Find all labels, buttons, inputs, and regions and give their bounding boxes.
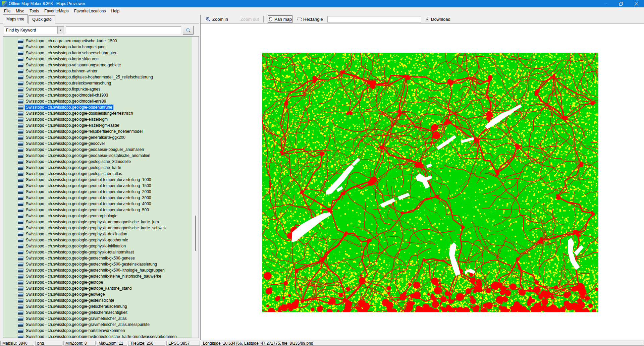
tree-item[interactable]: Swisstopo - ch.swisstopo.geologie-geotec… <box>3 273 192 279</box>
tree-item[interactable]: Swisstopo - ch.swisstopo.geologie-dosisl… <box>3 110 192 116</box>
map-panel: Zoom in Zoom out Pan map Rectangle <box>201 15 644 340</box>
tree-item[interactable]: Swisstopo - ch.swisstopo.geologie-geophy… <box>3 231 192 237</box>
search-input[interactable] <box>66 26 181 34</box>
tree-item[interactable]: Swisstopo - ch.swisstopo.geologie-geotec… <box>3 261 192 267</box>
download-button[interactable]: Download <box>425 15 450 23</box>
tree-item[interactable]: Swisstopo - ch.swisstopo-vd.spannungsarm… <box>3 62 192 68</box>
tree-item[interactable]: Swisstopo - ch.swisstopo.geologie-geomol… <box>3 195 192 201</box>
tree-item[interactable]: Swisstopo - ch.swisstopo.geologie-geotec… <box>3 267 192 273</box>
tree-item[interactable]: Swisstopo - ch.swisstopo.geologie-hydrog… <box>3 334 192 338</box>
map-thumbnail-icon <box>18 51 23 55</box>
minimize-button[interactable] <box>598 0 613 7</box>
tree-item[interactable]: Swisstopo - ch.swisstopo.geologie-geotop… <box>3 279 192 285</box>
tree-item[interactable]: Swisstopo - ch.swisstopo.geologie-geomol… <box>3 183 192 189</box>
tree-item[interactable]: Swisstopo - ch.swisstopo.bahnen-winter <box>3 68 192 74</box>
tree-scrollbar-thumb[interactable] <box>195 216 196 251</box>
window-controls <box>598 0 644 7</box>
tree-connector <box>14 210 17 210</box>
tree-scrollbar[interactable] <box>192 37 199 338</box>
tree-item[interactable]: Swisstopo - ch.swisstopo.geologie-gletsc… <box>3 303 192 309</box>
tree-item[interactable]: Swisstopo - ch.swisstopo.geologie-geocov… <box>3 140 192 147</box>
close-icon <box>635 2 638 6</box>
tree-item[interactable]: Swisstopo - ch.swisstopo.digitales-hoehe… <box>3 74 192 80</box>
tree-item[interactable]: Swisstopo - ch.swisstopo.geoidmodell-ch1… <box>3 92 192 98</box>
map-preview-tile[interactable] <box>262 53 598 312</box>
tree-item-label: Swisstopo - ch.swisstopo.geologie-geotec… <box>25 274 162 279</box>
tree-item[interactable]: Swisstopo - ch.swisstopo.geologie-eiszei… <box>3 122 192 128</box>
zoom-in-button[interactable]: Zoom in <box>206 15 228 23</box>
tree-item-label: Swisstopo - ch.swisstopo.geologie-geophy… <box>25 219 160 225</box>
restore-button[interactable] <box>613 0 629 7</box>
find-mode-dropdown[interactable]: Find by Keyword ▼ <box>4 26 64 34</box>
tree-item[interactable]: Swisstopo - ch.swisstopo.geologie-geomor… <box>3 213 192 219</box>
tree-item[interactable]: Swisstopo - ch.swisstopo.geologie-gravim… <box>3 315 192 322</box>
restore-icon <box>619 2 623 6</box>
tab[interactable]: Maps tree <box>3 14 28 23</box>
tree-item[interactable]: Swisstopo - ch.swisstopo.geologie-geophy… <box>3 225 192 231</box>
tree-item-label: Swisstopo - ch.swisstopo.geologie-gravim… <box>25 316 128 321</box>
tree-item[interactable]: Swisstopo - ch.swisstopo-karto.skitouren <box>3 56 192 62</box>
tree-item[interactable]: Swisstopo - ch.swisstopo.geologie-geomol… <box>3 189 192 195</box>
menu-item[interactable]: File <box>1 8 13 14</box>
tree-item[interactable]: Swisstopo - ch.swisstopo.geologie-gletsc… <box>3 309 192 315</box>
tree-item-label: Swisstopo - ch.swisstopo.geologie-geotec… <box>25 255 136 261</box>
status-maps-id: MapsID: 3840 <box>0 341 34 346</box>
tree-item[interactable]: Swisstopo - ch.swisstopo.geologie-felsob… <box>3 128 192 134</box>
tree-item[interactable]: Swisstopo - ch.swisstopo.geologie-hartst… <box>3 328 192 334</box>
pan-map-button[interactable]: Pan map <box>268 15 292 23</box>
tree-item[interactable]: Swisstopo - ch.swisstopo.geologie-geotec… <box>3 255 192 261</box>
tree-item[interactable]: Swisstopo - ch.swisstopo.geologie-gravim… <box>3 322 192 328</box>
menu-item[interactable]: Tools <box>27 8 42 14</box>
tree-item-label: Swisstopo - ch.swisstopo.geologie-eiszei… <box>25 117 109 122</box>
tree-item[interactable]: Swisstopo - ch.swisstopo.geologie-gestei… <box>3 297 192 303</box>
tree-item-label: Swisstopo - ch.swisstopo.geologie-geophy… <box>25 225 168 231</box>
zoom-out-button[interactable]: Zoom out <box>240 15 259 23</box>
tree-connector <box>14 216 17 216</box>
tree-item[interactable]: Swisstopo - ch.swisstopo.geologie-geomol… <box>3 177 192 183</box>
tree-item[interactable]: Swisstopo - ch.swisstopo.dreiecksvermasc… <box>3 80 192 86</box>
tree-item[interactable]: Swisstopo - ch.swisstopo.geologie-geophy… <box>3 243 192 249</box>
tree-item[interactable]: Swisstopo - ch.swisstopo.geologie-geophy… <box>3 237 192 243</box>
tree-item-label: Swisstopo - ch.swisstopo.geologie-gletsc… <box>25 310 128 315</box>
tree-item[interactable]: Swisstopo - ch.swisstopo.geologie-geodae… <box>3 153 192 159</box>
rectangle-select-button[interactable]: Rectangle <box>298 15 323 23</box>
tree-item[interactable]: Swisstopo - ch.swisstopo.fixpunkte-agnes <box>3 86 192 92</box>
menu-item[interactable]: FavoriteMaps <box>42 8 71 14</box>
map-thumbnail-icon <box>18 69 23 73</box>
menu-item[interactable]: Misc <box>13 8 27 14</box>
tree-item[interactable]: Swisstopo - ch.swisstopo.geologie-geoweg… <box>3 291 192 297</box>
tree-item[interactable]: Swisstopo - ch.swisstopo.geologie-bodenu… <box>3 104 192 110</box>
toolbar-text-field[interactable] <box>327 16 421 22</box>
tree-connector <box>14 234 17 234</box>
status-format: png <box>35 341 62 346</box>
tab[interactable]: Quick goto <box>29 15 55 23</box>
search-button[interactable] <box>183 26 194 35</box>
close-button[interactable] <box>629 0 644 7</box>
tree-item[interactable]: Swisstopo - ch.swisstopo.geologie-geophy… <box>3 249 192 255</box>
tree-connector <box>14 113 17 114</box>
tree-item[interactable]: Swisstopo - ch.swisstopo.geologie-geolog… <box>3 171 192 177</box>
menu-item[interactable]: Help <box>109 8 122 14</box>
tree-connector <box>14 186 17 186</box>
map-viewport <box>201 24 644 340</box>
map-thumbnail-icon <box>18 304 23 309</box>
tree-item[interactable]: Swisstopo - ch.swisstopo.geologie-geomol… <box>3 207 192 213</box>
tree-item-label: Swisstopo - ch.swisstopo.geologie-geodae… <box>25 147 145 152</box>
map-thumbnail-icon <box>18 93 23 98</box>
tree-item[interactable]: Swisstopo - ch.swisstopo.geologie-geolog… <box>3 165 192 171</box>
tree-item[interactable]: Swisstopo - ch.swisstopo-karto.schneesch… <box>3 50 192 56</box>
tree-item[interactable]: Swisstopo - ch.swisstopo.geoidmodell-etr… <box>3 98 192 104</box>
tree-item[interactable]: Swisstopo - ch.swisstopo.geologie-geolog… <box>3 159 192 165</box>
tree-item[interactable]: Swisstopo - ch.swisstopo.geologie-eiszei… <box>3 116 192 122</box>
tree-item[interactable]: Swisstopo - ch.swisstopo.geologie-geophy… <box>3 219 192 225</box>
menu-item[interactable]: FavoriteLocations <box>71 8 109 14</box>
tree-item-label: Swisstopo - ch.swisstopo.dreiecksvermasc… <box>25 80 112 86</box>
tree-item-label: Swisstopo - ch.swisstopo.geologie-geolog… <box>25 165 122 170</box>
tree-item[interactable]: Swisstopo - ch.swisstopo.geologie-geotop… <box>3 285 192 291</box>
tree-item[interactable]: Swisstopo - ch.swisstopo.geologie-geodae… <box>3 147 192 153</box>
tree-item[interactable]: Swisstopo - ch.nagra.aeromagnetische-kar… <box>3 38 192 44</box>
tree-item[interactable]: Swisstopo - ch.swisstopo-karto.hangneigu… <box>3 44 192 50</box>
tree-item[interactable]: Swisstopo - ch.swisstopo.geologie-geomol… <box>3 201 192 207</box>
tree-item[interactable]: Swisstopo - ch.swisstopo.geologie-genera… <box>3 134 192 140</box>
map-thumbnail-icon <box>18 99 23 104</box>
